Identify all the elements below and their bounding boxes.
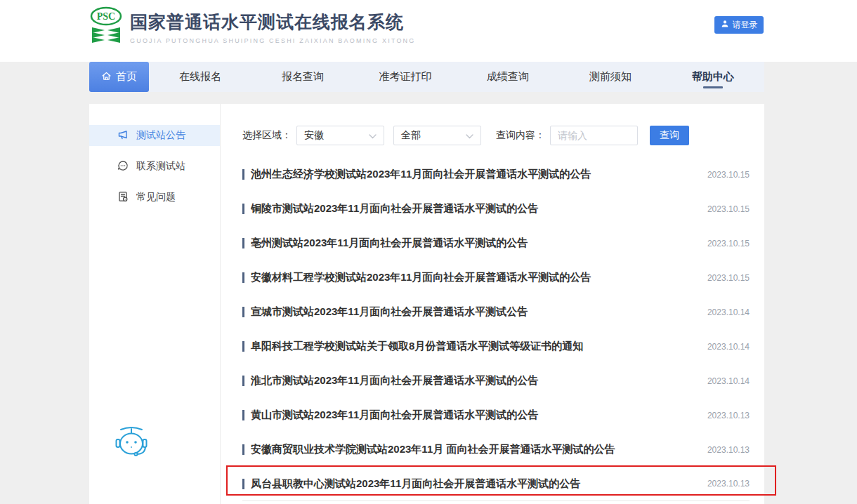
category-select-value: 全部 xyxy=(401,129,421,142)
announcement-title[interactable]: 亳州测试站2023年11月面向社会开展普通话水平测试的公告 xyxy=(251,237,528,250)
announcement-title[interactable]: 安徽材料工程学校测试站2023年11月面向社会开展普通话水平测试的公告 xyxy=(251,271,591,284)
content-card: 测试站公告 联系测试站 xyxy=(89,104,764,504)
search-button[interactable]: 查询 xyxy=(650,126,689,145)
row-bar xyxy=(242,169,244,180)
announcement-row[interactable]: 淮北市测试站2023年11月面向社会开展普通话水平测试的公告 2023.10.1… xyxy=(242,364,750,398)
sidebar-item-faq[interactable]: 常见问题 xyxy=(89,187,220,208)
home-icon xyxy=(101,71,112,84)
region-select-value: 安徽 xyxy=(304,129,324,142)
announcement-date: 2023.10.14 xyxy=(707,307,750,317)
announcement-date: 2023.10.15 xyxy=(707,273,750,283)
nav-tab-score-query[interactable]: 成绩查询 xyxy=(457,62,559,92)
row-bar xyxy=(242,479,244,489)
announcement-title[interactable]: 凤台县职教中心测试站2023年11月面向社会开展普通话水平测试的公告 xyxy=(251,477,580,491)
site-subtitle: GUOJIA PUTONGHUA SHUIPING CESHI ZAIXIAN … xyxy=(130,37,416,44)
filter-row: 选择区域： 安徽 全部 查询内容： 查询 xyxy=(242,126,689,145)
chatbot-robot-icon[interactable] xyxy=(114,424,149,465)
announcement-title[interactable]: 安徽商贸职业技术学院测试站2023年11月 面向社会开展普通话水平测试的公告 xyxy=(251,443,615,456)
row-bar xyxy=(242,307,244,317)
main-nav: 首页 在线报名 报名查询 准考证打印 成绩查询 测前须知 帮助中心 xyxy=(89,62,764,92)
announcement-title[interactable]: 黄山市测试站2023年11月面向社会开展普通话水平测试的公告 xyxy=(251,409,538,422)
row-bar xyxy=(242,376,244,386)
sidebar-item-label: 联系测试站 xyxy=(136,160,185,173)
announcement-row[interactable]: 铜陵市测试站2023年11月面向社会开展普通话水平测试的公告 2023.10.1… xyxy=(242,192,750,226)
announcement-list: 池州生态经济学校测试站2023年11月面向社会开展普通话水平测试的公告 2023… xyxy=(242,157,750,501)
announcement-title[interactable]: 铜陵市测试站2023年11月面向社会开展普通话水平测试的公告 xyxy=(251,202,538,215)
sidebar-item-label: 测试站公告 xyxy=(136,129,185,142)
nav-tab-help-center[interactable]: 帮助中心 xyxy=(662,62,764,92)
announcement-date: 2023.10.15 xyxy=(707,239,750,248)
login-button[interactable]: 请登录 xyxy=(714,16,764,34)
region-filter-label: 选择区域： xyxy=(242,129,292,142)
page: PSC 国家普通话水平测试在线报名系统 GUOJIA PUTONGHUA SHU… xyxy=(0,0,857,504)
nav-tab-home-label: 首页 xyxy=(116,70,137,84)
chevron-down-icon xyxy=(466,130,473,141)
nav-tab-pretest-notice[interactable]: 测前须知 xyxy=(559,62,662,92)
title-block: 国家普通话水平测试在线报名系统 GUOJIA PUTONGHUA SHUIPIN… xyxy=(130,6,416,44)
main-content: 选择区域： 安徽 全部 查询内容： 查询 xyxy=(221,104,764,504)
announcement-date: 2023.10.13 xyxy=(707,445,750,455)
region-select[interactable]: 安徽 xyxy=(296,126,384,145)
announcement-title[interactable]: 阜阳科技工程学校测试站关于领取8月份普通话水平测试等级证书的通知 xyxy=(251,340,583,353)
row-bar xyxy=(242,204,244,214)
query-input[interactable] xyxy=(550,126,638,145)
megaphone-icon xyxy=(117,129,129,142)
announcement-date: 2023.10.15 xyxy=(707,170,750,180)
person-icon xyxy=(721,20,729,30)
announcement-row[interactable]: 安徽商贸职业技术学院测试站2023年11月 面向社会开展普通话水平测试的公告 2… xyxy=(242,432,750,467)
chat-bubble-icon xyxy=(117,160,129,173)
query-content-label: 查询内容： xyxy=(496,129,545,142)
faq-document-icon xyxy=(117,191,129,204)
announcement-row[interactable]: 黄山市测试站2023年11月面向社会开展普通话水平测试的公告 2023.10.1… xyxy=(242,398,750,432)
row-bar xyxy=(242,341,244,352)
announcement-title[interactable]: 池州生态经济学校测试站2023年11月面向社会开展普通话水平测试的公告 xyxy=(251,168,591,181)
sidebar-item-label: 常见问题 xyxy=(136,191,176,204)
header: PSC 国家普通话水平测试在线报名系统 GUOJIA PUTONGHUA SHU… xyxy=(0,0,857,62)
announcement-title[interactable]: 宣城市测试站2023年11月面向社会开展普通话水平测试公告 xyxy=(251,305,528,319)
announcement-row-highlighted[interactable]: 凤台县职教中心测试站2023年11月面向社会开展普通话水平测试的公告 2023.… xyxy=(242,467,750,501)
row-bar xyxy=(242,238,244,248)
announcement-date: 2023.10.14 xyxy=(707,376,750,386)
announcement-row[interactable]: 亳州测试站2023年11月面向社会开展普通话水平测试的公告 2023.10.15 xyxy=(242,226,750,260)
announcement-date: 2023.10.13 xyxy=(707,411,750,420)
row-bar xyxy=(242,444,244,455)
login-button-label: 请登录 xyxy=(733,19,758,31)
announcement-date: 2023.10.14 xyxy=(707,342,750,352)
sidebar-item-test-station-announcements[interactable]: 测试站公告 xyxy=(89,125,220,146)
announcement-date: 2023.10.15 xyxy=(707,204,750,214)
chevron-down-icon xyxy=(369,130,377,141)
announcement-row[interactable]: 安徽材料工程学校测试站2023年11月面向社会开展普通话水平测试的公告 2023… xyxy=(242,260,750,295)
row-bar xyxy=(242,272,244,283)
nav-tab-online-registration[interactable]: 在线报名 xyxy=(149,62,251,92)
logo: PSC 国家普通话水平测试在线报名系统 GUOJIA PUTONGHUA SHU… xyxy=(89,6,416,50)
announcement-row[interactable]: 宣城市测试站2023年11月面向社会开展普通话水平测试公告 2023.10.14 xyxy=(242,295,750,329)
nav-tab-admission-ticket-print[interactable]: 准考证打印 xyxy=(354,62,457,92)
svg-text:PSC: PSC xyxy=(97,11,115,22)
nav-tab-registration-query[interactable]: 报名查询 xyxy=(251,62,354,92)
site-title: 国家普通话水平测试在线报名系统 xyxy=(130,11,416,34)
sidebar: 测试站公告 联系测试站 xyxy=(89,104,221,504)
nav-tab-home[interactable]: 首页 xyxy=(89,62,149,92)
sidebar-item-contact-test-station[interactable]: 联系测试站 xyxy=(89,156,220,177)
row-bar xyxy=(242,410,244,420)
category-select[interactable]: 全部 xyxy=(393,126,481,145)
announcement-row[interactable]: 池州生态经济学校测试站2023年11月面向社会开展普通话水平测试的公告 2023… xyxy=(242,157,750,192)
announcement-row[interactable]: 阜阳科技工程学校测试站关于领取8月份普通话水平测试等级证书的通知 2023.10… xyxy=(242,329,750,364)
announcement-date: 2023.10.13 xyxy=(707,479,750,489)
psc-emblem-icon: PSC xyxy=(89,6,123,50)
announcement-title[interactable]: 淮北市测试站2023年11月面向社会开展普通话水平测试的公告 xyxy=(251,374,538,387)
